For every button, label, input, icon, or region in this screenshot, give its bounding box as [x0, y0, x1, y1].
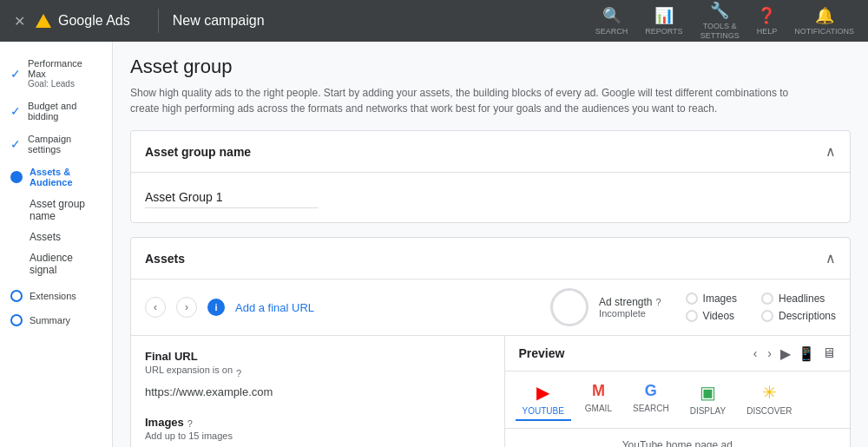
- tools-nav-icon[interactable]: 🔧 TOOLS &SETTINGS: [700, 1, 740, 41]
- assets-collapse-chevron-icon[interactable]: ∧: [825, 250, 836, 266]
- checkboxes-group: Images Videos: [686, 293, 737, 322]
- sidebar-item-extensions[interactable]: Extensions: [0, 284, 112, 308]
- assets-toolbar: ‹ › i Add a final URL Ad strength ? Inco…: [131, 279, 850, 336]
- sidebar-assets-label: Assets & Audience: [30, 167, 102, 187]
- sidebar-sub-assets[interactable]: Assets: [30, 227, 112, 247]
- checkbox-descriptions: Descriptions: [761, 310, 836, 322]
- collapse-chevron-icon[interactable]: ∧: [825, 143, 836, 160]
- preview-tab-discover[interactable]: ✳ DISCOVER: [740, 378, 799, 421]
- help-icon: ❓: [757, 6, 776, 25]
- close-icon[interactable]: ✕: [14, 13, 25, 30]
- toolbar-prev-btn[interactable]: ‹: [145, 297, 166, 318]
- search-label: SEARCH: [595, 27, 628, 36]
- notifications-icon: 🔔: [815, 6, 834, 25]
- sidebar-item-sublabel: Goal: Leads: [28, 79, 102, 89]
- asset-group-name-input[interactable]: [145, 187, 319, 208]
- images-label-row: Images ?: [145, 416, 490, 431]
- gmail-icon: M: [592, 382, 605, 400]
- youtube-icon: ▶: [536, 382, 549, 403]
- preview-tab-display[interactable]: ▣ DISPLAY: [683, 378, 733, 421]
- preview-tab-search[interactable]: G SEARCH: [626, 378, 676, 421]
- preview-mobile-btn[interactable]: 📱: [798, 345, 815, 362]
- display-tab-label: DISPLAY: [690, 406, 727, 416]
- final-url-label: Final URL: [145, 350, 490, 363]
- reports-label: REPORTS: [645, 27, 682, 36]
- sidebar: ✓ Performance Max Goal: Leads ✓ Budget a…: [0, 42, 113, 447]
- images-info-icon[interactable]: ?: [187, 418, 193, 429]
- circle-icon-summary: [10, 314, 23, 326]
- ad-strength-info-box: Ad strength ? Incomplete: [599, 296, 661, 319]
- checkbox-images: Images: [686, 293, 737, 305]
- preview-header: Preview ‹ › ▶ 📱 🖥: [505, 336, 851, 371]
- nav-divider: [158, 9, 159, 33]
- discover-icon: ✳: [762, 382, 777, 403]
- sidebar-sub-items: Asset group name Assets Audience signal: [0, 194, 112, 280]
- circle-icon-assets: [10, 171, 23, 183]
- help-nav-icon[interactable]: ❓ HELP: [757, 6, 778, 36]
- sidebar-sub-asset-group-name[interactable]: Asset group name: [30, 194, 112, 227]
- ad-strength-label: Ad strength: [599, 296, 652, 308]
- assets-title: Assets: [145, 252, 185, 266]
- check-icon-performance: ✓: [10, 67, 21, 81]
- asset-group-name-body: [131, 173, 850, 222]
- asset-group-name-card: Asset group name ∧: [130, 130, 851, 223]
- search-nav-icon[interactable]: 🔍 SEARCH: [595, 6, 628, 36]
- final-url-input[interactable]: [145, 382, 490, 402]
- logo: Google Ads: [36, 13, 130, 29]
- asset-group-name-title: Asset group name: [145, 145, 251, 159]
- search-tab-label: SEARCH: [633, 404, 669, 413]
- circle-icon-extensions: [10, 290, 23, 302]
- checkbox-descriptions-label: Descriptions: [779, 310, 836, 322]
- radio-headlines[interactable]: [761, 293, 773, 305]
- preview-page-label: YouTube home page ad: [519, 439, 837, 447]
- checkbox-videos-label: Videos: [703, 310, 734, 322]
- reports-nav-icon[interactable]: 📊 REPORTS: [645, 6, 682, 36]
- logo-triangle: [36, 14, 51, 28]
- preview-desktop-btn[interactable]: 🖥: [822, 345, 836, 361]
- checkbox-videos: Videos: [686, 310, 737, 322]
- sidebar-item-budget[interactable]: ✓ Budget and bidding: [0, 95, 112, 128]
- preview-tabs: ▶ YOUTUBE M GMAIL G SEARCH ▣: [505, 371, 851, 429]
- page-description: Show high quality ads to the right peopl…: [130, 85, 807, 116]
- preview-tab-youtube[interactable]: ▶ YOUTUBE: [516, 378, 571, 421]
- radio-images[interactable]: [686, 293, 698, 305]
- preview-body: YouTube home page ad i To show this ad, …: [505, 429, 851, 447]
- youtube-tab-label: YOUTUBE: [523, 406, 564, 416]
- images-section: Images ? Add up to 15 images + IMAGES: [145, 416, 490, 447]
- sidebar-item-summary[interactable]: Summary: [0, 308, 112, 332]
- content-area: Asset group Show high quality ads to the…: [113, 42, 868, 447]
- sidebar-item-campaign-settings[interactable]: ✓ Campaign settings: [0, 128, 112, 161]
- reports-icon: 📊: [654, 6, 674, 25]
- checkbox-images-label: Images: [703, 293, 737, 305]
- ad-strength-help-icon[interactable]: ?: [655, 297, 661, 307]
- tools-label: TOOLS &SETTINGS: [700, 22, 740, 41]
- assets-left-panel: Final URL URL expansion is on ? Images ?…: [131, 336, 505, 447]
- google-search-icon: G: [645, 382, 657, 400]
- sidebar-campaign-label: Campaign settings: [28, 134, 102, 154]
- radio-videos[interactable]: [686, 310, 698, 322]
- preview-tab-gmail[interactable]: M GMAIL: [578, 378, 619, 421]
- toolbar-next-btn[interactable]: ›: [176, 297, 197, 318]
- sidebar-item-performance-max[interactable]: ✓ Performance Max Goal: Leads: [0, 52, 112, 95]
- gmail-tab-label: GMAIL: [585, 404, 612, 413]
- help-label: HELP: [757, 27, 778, 36]
- sidebar-budget-label: Budget and bidding: [28, 101, 102, 122]
- toolbar-add-url[interactable]: Add a final URL: [235, 301, 314, 314]
- preview-prev-btn[interactable]: ‹: [752, 345, 760, 362]
- tools-icon: 🔧: [710, 1, 729, 20]
- check-icon-campaign: ✓: [10, 137, 21, 151]
- search-icon: 🔍: [602, 6, 621, 25]
- sidebar-item-assets-audience[interactable]: Assets & Audience: [0, 161, 112, 194]
- sidebar-sub-audience-signal[interactable]: Audience signal: [30, 247, 112, 280]
- asset-group-name-card-header: Asset group name ∧: [131, 131, 850, 173]
- toolbar-info-icon[interactable]: i: [207, 299, 225, 316]
- sidebar-item-label: Performance Max: [28, 58, 102, 79]
- preview-play-btn[interactable]: ▶: [780, 345, 791, 362]
- radio-descriptions[interactable]: [761, 310, 773, 322]
- notifications-nav-icon[interactable]: 🔔 NOTIFICATIONS: [794, 6, 854, 36]
- preview-next-btn[interactable]: ›: [766, 345, 773, 362]
- logo-text: Google Ads: [58, 13, 130, 29]
- nav-title: New campaign: [173, 13, 265, 29]
- url-info-icon[interactable]: ?: [236, 368, 241, 378]
- nav-icons: 🔍 SEARCH 📊 REPORTS 🔧 TOOLS &SETTINGS ❓ H…: [595, 1, 854, 41]
